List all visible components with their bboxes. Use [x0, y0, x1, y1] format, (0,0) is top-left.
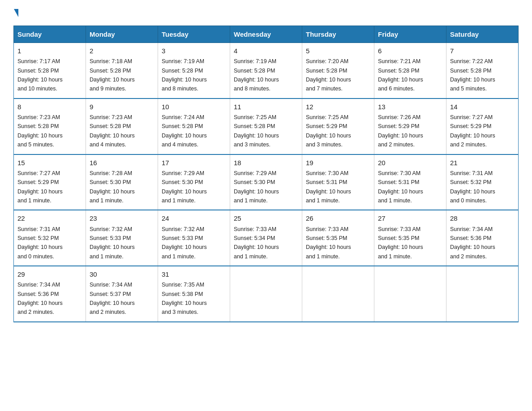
calendar-cell: 6Sunrise: 7:21 AMSunset: 5:28 PMDaylight… — [374, 43, 446, 98]
calendar-cell — [230, 266, 302, 322]
week-row-1: 1Sunrise: 7:17 AMSunset: 5:28 PMDaylight… — [14, 43, 519, 98]
calendar-table: SundayMondayTuesdayWednesdayThursdayFrid… — [13, 26, 519, 322]
day-info: Sunrise: 7:31 AMSunset: 5:32 PMDaylight:… — [450, 170, 495, 204]
calendar-cell — [446, 266, 519, 322]
day-number: 27 — [378, 213, 442, 223]
day-number: 3 — [162, 46, 226, 56]
day-info: Sunrise: 7:25 AMSunset: 5:28 PMDaylight:… — [234, 114, 279, 148]
col-header-saturday: Saturday — [446, 26, 519, 43]
day-info: Sunrise: 7:26 AMSunset: 5:29 PMDaylight:… — [378, 114, 423, 148]
day-info: Sunrise: 7:24 AMSunset: 5:28 PMDaylight:… — [162, 114, 207, 148]
calendar-cell — [374, 266, 446, 322]
day-info: Sunrise: 7:27 AMSunset: 5:29 PMDaylight:… — [450, 114, 495, 148]
day-number: 29 — [17, 269, 82, 279]
day-info: Sunrise: 7:33 AMSunset: 5:34 PMDaylight:… — [234, 226, 279, 260]
calendar-cell — [302, 266, 374, 322]
day-info: Sunrise: 7:18 AMSunset: 5:28 PMDaylight:… — [90, 58, 135, 92]
calendar-cell: 9Sunrise: 7:23 AMSunset: 5:28 PMDaylight… — [86, 98, 158, 154]
calendar-cell: 22Sunrise: 7:31 AMSunset: 5:32 PMDayligh… — [14, 210, 86, 266]
day-info: Sunrise: 7:19 AMSunset: 5:28 PMDaylight:… — [162, 58, 207, 92]
day-number: 21 — [450, 158, 515, 168]
calendar-cell: 20Sunrise: 7:30 AMSunset: 5:31 PMDayligh… — [374, 154, 446, 210]
day-info: Sunrise: 7:34 AMSunset: 5:36 PMDaylight:… — [450, 226, 495, 260]
day-number: 13 — [378, 102, 442, 112]
day-info: Sunrise: 7:27 AMSunset: 5:29 PMDaylight:… — [17, 170, 63, 204]
calendar-cell: 17Sunrise: 7:29 AMSunset: 5:30 PMDayligh… — [158, 154, 230, 210]
day-info: Sunrise: 7:23 AMSunset: 5:28 PMDaylight:… — [17, 114, 63, 148]
day-number: 23 — [90, 213, 154, 223]
col-header-thursday: Thursday — [302, 26, 374, 43]
day-number: 15 — [17, 158, 82, 168]
day-info: Sunrise: 7:22 AMSunset: 5:28 PMDaylight:… — [450, 58, 495, 92]
calendar-cell: 25Sunrise: 7:33 AMSunset: 5:34 PMDayligh… — [230, 210, 302, 266]
calendar-cell: 30Sunrise: 7:34 AMSunset: 5:37 PMDayligh… — [86, 266, 158, 322]
calendar-cell: 16Sunrise: 7:28 AMSunset: 5:30 PMDayligh… — [86, 154, 158, 210]
day-info: Sunrise: 7:19 AMSunset: 5:28 PMDaylight:… — [234, 58, 279, 92]
day-number: 5 — [306, 46, 370, 56]
day-info: Sunrise: 7:30 AMSunset: 5:31 PMDaylight:… — [378, 170, 423, 204]
calendar-cell: 13Sunrise: 7:26 AMSunset: 5:29 PMDayligh… — [374, 98, 446, 154]
calendar-cell: 3Sunrise: 7:19 AMSunset: 5:28 PMDaylight… — [158, 43, 230, 98]
day-number: 17 — [162, 158, 226, 168]
day-number: 1 — [17, 46, 82, 56]
calendar-cell: 18Sunrise: 7:29 AMSunset: 5:30 PMDayligh… — [230, 154, 302, 210]
calendar-cell: 11Sunrise: 7:25 AMSunset: 5:28 PMDayligh… — [230, 98, 302, 154]
day-number: 7 — [450, 46, 515, 56]
day-info: Sunrise: 7:29 AMSunset: 5:30 PMDaylight:… — [234, 170, 279, 204]
day-number: 31 — [162, 269, 226, 279]
col-header-monday: Monday — [86, 26, 158, 43]
day-number: 25 — [234, 213, 298, 223]
calendar-cell: 8Sunrise: 7:23 AMSunset: 5:28 PMDaylight… — [14, 98, 86, 154]
col-header-friday: Friday — [374, 26, 446, 43]
calendar-cell: 7Sunrise: 7:22 AMSunset: 5:28 PMDaylight… — [446, 43, 519, 98]
calendar-cell: 23Sunrise: 7:32 AMSunset: 5:33 PMDayligh… — [86, 210, 158, 266]
day-number: 10 — [162, 102, 226, 112]
calendar-cell: 2Sunrise: 7:18 AMSunset: 5:28 PMDaylight… — [86, 43, 158, 98]
day-number: 14 — [450, 102, 515, 112]
day-info: Sunrise: 7:20 AMSunset: 5:28 PMDaylight:… — [306, 58, 351, 92]
calendar-cell: 21Sunrise: 7:31 AMSunset: 5:32 PMDayligh… — [446, 154, 519, 210]
calendar-cell: 27Sunrise: 7:33 AMSunset: 5:35 PMDayligh… — [374, 210, 446, 266]
day-info: Sunrise: 7:29 AMSunset: 5:30 PMDaylight:… — [162, 170, 207, 204]
page-header — [13, 9, 519, 17]
calendar-cell: 31Sunrise: 7:35 AMSunset: 5:38 PMDayligh… — [158, 266, 230, 322]
logo — [13, 9, 18, 17]
day-number: 8 — [17, 102, 82, 112]
day-info: Sunrise: 7:34 AMSunset: 5:37 PMDaylight:… — [90, 282, 135, 315]
calendar-cell: 10Sunrise: 7:24 AMSunset: 5:28 PMDayligh… — [158, 98, 230, 154]
day-info: Sunrise: 7:32 AMSunset: 5:33 PMDaylight:… — [162, 226, 207, 260]
day-number: 18 — [234, 158, 298, 168]
day-number: 19 — [306, 158, 370, 168]
day-number: 6 — [378, 46, 442, 56]
col-header-wednesday: Wednesday — [230, 26, 302, 43]
day-number: 16 — [90, 158, 154, 168]
week-row-2: 8Sunrise: 7:23 AMSunset: 5:28 PMDaylight… — [14, 98, 519, 154]
day-info: Sunrise: 7:25 AMSunset: 5:29 PMDaylight:… — [306, 114, 351, 148]
calendar-cell: 12Sunrise: 7:25 AMSunset: 5:29 PMDayligh… — [302, 98, 374, 154]
calendar-cell: 1Sunrise: 7:17 AMSunset: 5:28 PMDaylight… — [14, 43, 86, 98]
calendar-cell: 28Sunrise: 7:34 AMSunset: 5:36 PMDayligh… — [446, 210, 519, 266]
day-info: Sunrise: 7:31 AMSunset: 5:32 PMDaylight:… — [17, 226, 63, 260]
day-info: Sunrise: 7:21 AMSunset: 5:28 PMDaylight:… — [378, 58, 423, 92]
week-row-5: 29Sunrise: 7:34 AMSunset: 5:36 PMDayligh… — [14, 266, 519, 322]
day-info: Sunrise: 7:30 AMSunset: 5:31 PMDaylight:… — [306, 170, 351, 204]
day-info: Sunrise: 7:35 AMSunset: 5:38 PMDaylight:… — [162, 282, 207, 315]
calendar-cell: 15Sunrise: 7:27 AMSunset: 5:29 PMDayligh… — [14, 154, 86, 210]
col-header-tuesday: Tuesday — [158, 26, 230, 43]
calendar-cell: 5Sunrise: 7:20 AMSunset: 5:28 PMDaylight… — [302, 43, 374, 98]
calendar-cell: 14Sunrise: 7:27 AMSunset: 5:29 PMDayligh… — [446, 98, 519, 154]
day-number: 11 — [234, 102, 298, 112]
day-number: 28 — [450, 213, 515, 223]
calendar-cell: 4Sunrise: 7:19 AMSunset: 5:28 PMDaylight… — [230, 43, 302, 98]
week-row-3: 15Sunrise: 7:27 AMSunset: 5:29 PMDayligh… — [14, 154, 519, 210]
day-number: 24 — [162, 213, 226, 223]
day-info: Sunrise: 7:28 AMSunset: 5:30 PMDaylight:… — [90, 170, 135, 204]
day-info: Sunrise: 7:34 AMSunset: 5:36 PMDaylight:… — [17, 282, 63, 315]
day-number: 26 — [306, 213, 370, 223]
day-info: Sunrise: 7:23 AMSunset: 5:28 PMDaylight:… — [90, 114, 135, 148]
calendar-cell: 24Sunrise: 7:32 AMSunset: 5:33 PMDayligh… — [158, 210, 230, 266]
day-number: 30 — [90, 269, 154, 279]
week-row-4: 22Sunrise: 7:31 AMSunset: 5:32 PMDayligh… — [14, 210, 519, 266]
day-number: 4 — [234, 46, 298, 56]
day-info: Sunrise: 7:33 AMSunset: 5:35 PMDaylight:… — [378, 226, 423, 260]
